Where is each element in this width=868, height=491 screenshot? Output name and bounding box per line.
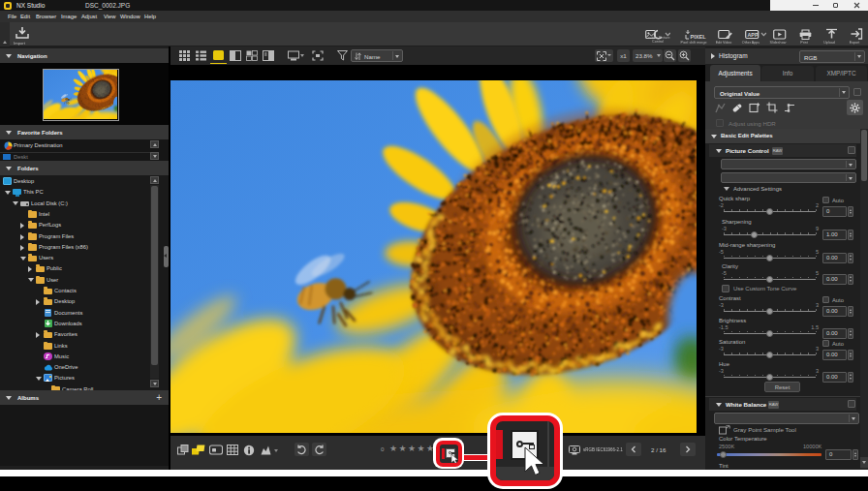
svg-text:APP: APP xyxy=(747,32,758,38)
svg-text:PIXEL: PIXEL xyxy=(691,34,707,40)
